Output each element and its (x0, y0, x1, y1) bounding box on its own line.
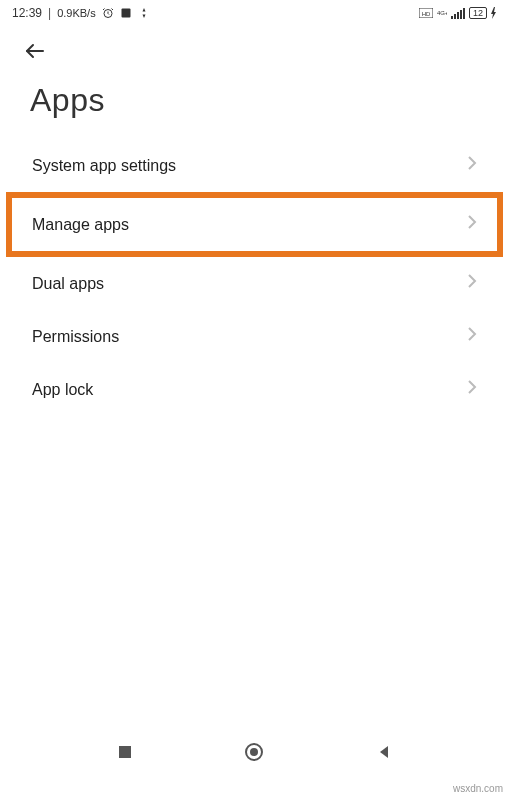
signal-4g-icon: 4G+ (437, 8, 447, 18)
chevron-right-icon (467, 273, 477, 294)
menu-item-system-app-settings[interactable]: System app settings (6, 139, 503, 192)
hd-icon: HD (419, 8, 433, 18)
chevron-right-icon (467, 155, 477, 176)
svg-rect-11 (119, 746, 131, 758)
page-title: Apps (0, 67, 509, 139)
menu-item-permissions[interactable]: Permissions (6, 310, 503, 363)
menu-list: System app settings Manage apps Dual app… (0, 139, 509, 416)
menu-item-manage-apps[interactable]: Manage apps (12, 198, 497, 251)
menu-item-app-lock[interactable]: App lock (6, 363, 503, 416)
svg-text:HD: HD (422, 11, 431, 17)
back-button[interactable] (20, 36, 50, 66)
status-bar: 12:39 | 0.9KB/s HD 4G+ 12 (0, 0, 509, 26)
status-time: 12:39 (12, 6, 42, 20)
svg-rect-8 (460, 10, 462, 19)
svg-point-13 (250, 748, 258, 756)
nav-recents-button[interactable] (113, 740, 137, 764)
chevron-right-icon (467, 214, 477, 235)
watermark: wsxdn.com (453, 783, 503, 794)
svg-rect-9 (463, 8, 465, 19)
highlight-annotation: Manage apps (6, 192, 503, 257)
menu-item-label: App lock (32, 381, 93, 399)
menu-item-label: Dual apps (32, 275, 104, 293)
status-separator: | (48, 6, 51, 20)
menu-item-dual-apps[interactable]: Dual apps (6, 257, 503, 310)
svg-rect-5 (451, 16, 453, 19)
svg-text:4G+: 4G+ (437, 10, 447, 16)
navigation-bar (0, 728, 509, 776)
menu-item-label: Manage apps (32, 216, 129, 234)
charging-icon (491, 7, 497, 19)
status-network-speed: 0.9KB/s (57, 7, 96, 19)
status-left: 12:39 | 0.9KB/s (12, 6, 150, 20)
menu-item-label: Permissions (32, 328, 119, 346)
menu-item-label: System app settings (32, 157, 176, 175)
chevron-right-icon (467, 379, 477, 400)
battery-level: 12 (473, 8, 483, 18)
rocket-icon (138, 7, 150, 19)
nav-home-button[interactable] (242, 740, 266, 764)
signal-bars-icon (451, 7, 465, 19)
chevron-right-icon (467, 326, 477, 347)
svg-rect-6 (454, 14, 456, 19)
alarm-icon (102, 7, 114, 19)
battery-indicator: 12 (469, 7, 487, 19)
svg-rect-7 (457, 12, 459, 19)
nav-back-button[interactable] (372, 740, 396, 764)
sync-icon (120, 7, 132, 19)
header (0, 26, 509, 67)
status-right: HD 4G+ 12 (419, 7, 497, 19)
svg-rect-1 (121, 9, 130, 18)
